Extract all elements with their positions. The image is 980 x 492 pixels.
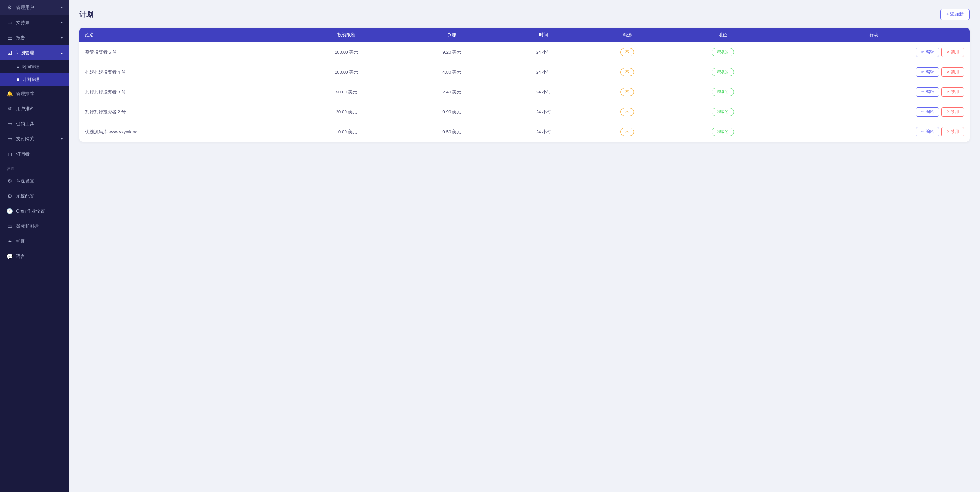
col-interest: 兴趣 bbox=[403, 28, 501, 42]
disable-button-1[interactable]: ✕ 禁用 bbox=[942, 67, 964, 77]
edit-button-1[interactable]: ✏ 编辑 bbox=[916, 67, 939, 77]
table-row: 扎姆扎姆投资者 4 号 100.00 美元 4.80 美元 24 小时 不 积极… bbox=[79, 62, 970, 82]
cell-name-2: 扎姆扎姆投资者 3 号 bbox=[79, 82, 290, 102]
chevron-up-icon: ▴ bbox=[61, 51, 63, 54]
subscriber-icon: ◻ bbox=[6, 151, 13, 157]
cell-status-4: 积极的 bbox=[668, 122, 778, 142]
cell-time-3: 24 小时 bbox=[501, 102, 587, 122]
col-time: 时间 bbox=[501, 28, 587, 42]
cell-status-2: 积极的 bbox=[668, 82, 778, 102]
table-header-row: 姓名 投资限额 兴趣 时间 精选 地位 行动 bbox=[79, 28, 970, 42]
sidebar-item-general-settings[interactable]: ⚙ 常规设置 bbox=[0, 174, 69, 188]
logo-icon: ▭ bbox=[6, 223, 13, 229]
sidebar-item-logo-icon[interactable]: ▭ 徽标和图标 bbox=[0, 219, 69, 234]
action-buttons-3: ✏ 编辑 ✕ 禁用 bbox=[783, 107, 964, 116]
cell-investment-0: 200.00 美元 bbox=[290, 42, 403, 62]
ticket-icon: ▭ bbox=[6, 19, 13, 26]
sidebar: ⚙ 管理用户 ▾ ▭ 支持票 ▾ ☰ 报告 ▾ ☑ 计划管理 ▴ 时间管理 计划… bbox=[0, 0, 69, 492]
sidebar-item-cron-settings[interactable]: 🕐 Cron 作业设置 bbox=[0, 204, 69, 219]
col-featured: 精选 bbox=[587, 28, 668, 42]
col-name: 姓名 bbox=[79, 28, 290, 42]
cell-interest-0: 9.20 美元 bbox=[403, 42, 501, 62]
cell-time-0: 24 小时 bbox=[501, 42, 587, 62]
cell-featured-3: 不 bbox=[587, 102, 668, 122]
disable-button-0[interactable]: ✕ 禁用 bbox=[942, 48, 964, 57]
col-action: 行动 bbox=[778, 28, 970, 42]
page-title: 计划 bbox=[79, 10, 94, 19]
cell-investment-4: 10.00 美元 bbox=[290, 122, 403, 142]
sidebar-item-manage-recommendations[interactable]: 🔔 管理推荐 bbox=[0, 86, 69, 101]
cell-time-1: 24 小时 bbox=[501, 62, 587, 82]
sidebar-item-manage-users[interactable]: ⚙ 管理用户 ▾ bbox=[0, 0, 69, 15]
table-row: 扎姆扎姆投资者 2 号 20.00 美元 0.90 美元 24 小时 不 积极的… bbox=[79, 102, 970, 122]
sidebar-item-extensions[interactable]: ✦ 扩展 bbox=[0, 234, 69, 249]
edit-button-4[interactable]: ✏ 编辑 bbox=[916, 127, 939, 137]
cell-investment-3: 20.00 美元 bbox=[290, 102, 403, 122]
featured-badge-3: 不 bbox=[620, 108, 634, 116]
status-badge-0: 积极的 bbox=[711, 48, 734, 56]
ranking-icon: ♛ bbox=[6, 106, 13, 112]
sidebar-item-promotion-tools[interactable]: ▭ 促销工具 bbox=[0, 116, 69, 131]
cell-action-1: ✏ 编辑 ✕ 禁用 bbox=[778, 62, 970, 82]
plans-table-container: 姓名 投资限额 兴趣 时间 精选 地位 行动 赞赞投资者 5 号 200.00 … bbox=[79, 28, 970, 142]
cell-action-0: ✏ 编辑 ✕ 禁用 bbox=[778, 42, 970, 62]
status-badge-3: 积极的 bbox=[711, 108, 734, 116]
action-buttons-0: ✏ 编辑 ✕ 禁用 bbox=[783, 48, 964, 57]
cell-action-3: ✏ 编辑 ✕ 禁用 bbox=[778, 102, 970, 122]
status-badge-4: 积极的 bbox=[711, 128, 734, 136]
cell-featured-2: 不 bbox=[587, 82, 668, 102]
featured-badge-1: 不 bbox=[620, 68, 634, 76]
extension-icon: ✦ bbox=[6, 238, 13, 244]
table-row: 优选源码库 www.yxymk.net 10.00 美元 0.50 美元 24 … bbox=[79, 122, 970, 142]
cell-interest-4: 0.50 美元 bbox=[403, 122, 501, 142]
sidebar-item-language[interactable]: 💬 语言 bbox=[0, 249, 69, 264]
plans-table: 姓名 投资限额 兴趣 时间 精选 地位 行动 赞赞投资者 5 号 200.00 … bbox=[79, 28, 970, 142]
featured-badge-4: 不 bbox=[620, 128, 634, 136]
sidebar-item-reports[interactable]: ☰ 报告 ▾ bbox=[0, 30, 69, 45]
cell-investment-2: 50.00 美元 bbox=[290, 82, 403, 102]
cell-status-3: 积极的 bbox=[668, 102, 778, 122]
payment-icon: ▭ bbox=[6, 136, 13, 142]
report-icon: ☰ bbox=[6, 35, 13, 41]
cell-featured-0: 不 bbox=[587, 42, 668, 62]
cell-interest-1: 4.80 美元 bbox=[403, 62, 501, 82]
table-row: 扎姆扎姆投资者 3 号 50.00 美元 2.40 美元 24 小时 不 积极的… bbox=[79, 82, 970, 102]
sidebar-item-user-ranking[interactable]: ♛ 用户排名 bbox=[0, 101, 69, 116]
action-buttons-4: ✏ 编辑 ✕ 禁用 bbox=[783, 127, 964, 137]
disable-button-4[interactable]: ✕ 禁用 bbox=[942, 127, 964, 137]
featured-badge-0: 不 bbox=[620, 48, 634, 56]
language-icon: 💬 bbox=[6, 253, 13, 260]
featured-badge-2: 不 bbox=[620, 88, 634, 96]
disable-button-2[interactable]: ✕ 禁用 bbox=[942, 88, 964, 97]
sidebar-sub-item-plan-management[interactable]: 计划管理 bbox=[0, 73, 69, 86]
col-status: 地位 bbox=[668, 28, 778, 42]
cell-name-4: 优选源码库 www.yxymk.net bbox=[79, 122, 290, 142]
chevron-down-icon: ▾ bbox=[61, 21, 63, 24]
edit-button-2[interactable]: ✏ 编辑 bbox=[916, 88, 939, 97]
dot-icon bbox=[17, 65, 19, 68]
action-buttons-2: ✏ 编辑 ✕ 禁用 bbox=[783, 88, 964, 97]
table-body: 赞赞投资者 5 号 200.00 美元 9.20 美元 24 小时 不 积极的 … bbox=[79, 42, 970, 142]
sidebar-item-subscribers[interactable]: ◻ 订阅者 bbox=[0, 146, 69, 162]
sidebar-item-support-tickets[interactable]: ▭ 支持票 ▾ bbox=[0, 15, 69, 30]
users-icon: ⚙ bbox=[6, 5, 13, 11]
promotion-icon: ▭ bbox=[6, 121, 13, 127]
gear-icon: ⚙ bbox=[6, 178, 13, 184]
cron-icon: 🕐 bbox=[6, 208, 13, 214]
main-content: 计划 + 添加新 姓名 投资限额 兴趣 时间 精选 地位 行动 赞赞投资者 5 … bbox=[69, 0, 980, 492]
sidebar-item-system-config[interactable]: ⚙ 系统配置 bbox=[0, 188, 69, 204]
edit-button-3[interactable]: ✏ 编辑 bbox=[916, 107, 939, 116]
cell-action-2: ✏ 编辑 ✕ 禁用 bbox=[778, 82, 970, 102]
edit-button-0[interactable]: ✏ 编辑 bbox=[916, 48, 939, 57]
cell-name-3: 扎姆扎姆投资者 2 号 bbox=[79, 102, 290, 122]
sidebar-sub-item-time-management[interactable]: 时间管理 bbox=[0, 61, 69, 73]
config-icon: ⚙ bbox=[6, 193, 13, 199]
sidebar-item-payment-gateway[interactable]: ▭ 支付网关 ▾ bbox=[0, 131, 69, 146]
disable-button-3[interactable]: ✕ 禁用 bbox=[942, 107, 964, 116]
cell-name-0: 赞赞投资者 5 号 bbox=[79, 42, 290, 62]
status-badge-2: 积极的 bbox=[711, 88, 734, 96]
sidebar-item-plan-management[interactable]: ☑ 计划管理 ▴ bbox=[0, 45, 69, 61]
add-new-button[interactable]: + 添加新 bbox=[940, 9, 970, 20]
cell-name-1: 扎姆扎姆投资者 4 号 bbox=[79, 62, 290, 82]
cell-status-1: 积极的 bbox=[668, 62, 778, 82]
